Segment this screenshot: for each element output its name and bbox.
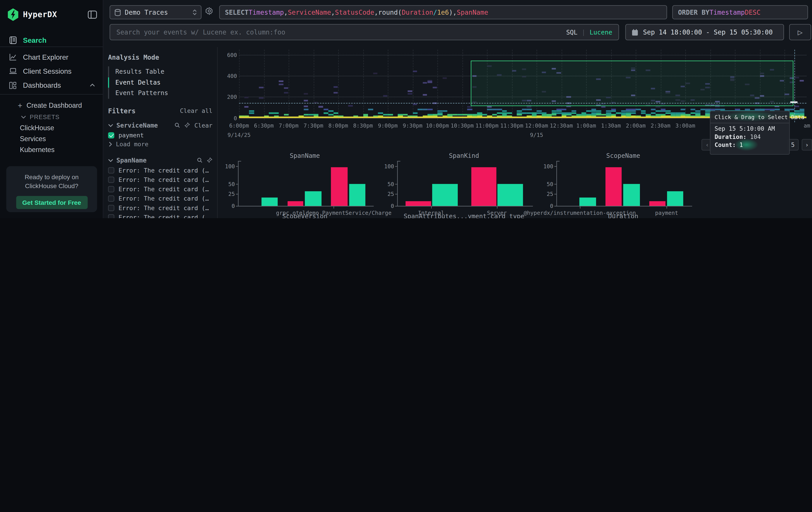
heat-cell <box>626 112 631 114</box>
heat-cell <box>611 114 616 115</box>
y-axis <box>238 161 238 206</box>
checkbox[interactable] <box>108 167 114 173</box>
heat-cell <box>437 110 442 112</box>
bar-inlier <box>261 197 278 206</box>
heat-cell <box>244 106 249 108</box>
filter-option[interactable]: Error: The credit card (… <box>108 203 212 212</box>
pin-icon[interactable] <box>207 157 212 163</box>
y-tick <box>236 206 238 206</box>
heat-cell <box>437 114 442 115</box>
chevron-down-icon <box>108 159 113 162</box>
checkbox[interactable] <box>108 186 114 192</box>
heat-cell <box>641 110 646 112</box>
heat-cell <box>586 110 591 112</box>
heat-cell <box>284 87 288 89</box>
heat-cell <box>408 90 412 92</box>
heat-cell <box>581 112 586 114</box>
checkbox[interactable] <box>108 214 114 218</box>
get-started-button[interactable]: Get Started for Free <box>16 196 88 209</box>
tooltip-time: Sep 15 5:10:00 AM <box>715 125 785 132</box>
checkbox[interactable] <box>108 176 114 183</box>
y-tick-label: 25 <box>376 191 394 197</box>
heat-cell <box>775 109 780 110</box>
heat-cell <box>309 114 313 115</box>
heat-cell <box>799 109 804 110</box>
filter-option-label: Error: The credit card (… <box>118 214 209 218</box>
count-glow <box>734 138 758 151</box>
heat-cell <box>601 114 606 115</box>
heat-cell <box>428 109 432 110</box>
heat-cell <box>279 83 283 85</box>
heat-cell <box>517 110 522 112</box>
heat-cell <box>269 112 274 114</box>
heat-cell <box>690 112 695 114</box>
duration-heatmap-chart[interactable]: 60040020006:00pm6:30pm7:00pm7:30pm8:00pm… <box>0 0 812 157</box>
bar-inlier <box>349 184 366 206</box>
heat-cell <box>705 114 710 115</box>
filter-option[interactable]: Error: The credit card (… <box>108 194 212 203</box>
chart-title: SpanAttributes...yment.card_type <box>377 213 551 218</box>
heat-cell <box>333 86 338 88</box>
checkbox[interactable] <box>108 205 114 211</box>
heat-cell <box>755 109 759 110</box>
clickhouse-cloud-promo: Ready to deploy on ClickHouse Cloud? Get… <box>6 166 97 212</box>
heat-cell <box>457 114 462 115</box>
drag-selection-region <box>471 60 793 106</box>
heat-cell <box>532 112 536 114</box>
heat-cell <box>695 112 700 114</box>
heat-cell <box>611 109 616 110</box>
checkbox[interactable] <box>108 195 114 201</box>
filter-option[interactable]: Error: The credit card (… <box>108 175 212 184</box>
pagination-next-button[interactable]: › <box>802 139 812 151</box>
heat-cell <box>492 109 497 110</box>
heat-cell <box>551 112 556 114</box>
heat-cell <box>507 112 512 114</box>
heat-cell <box>601 106 605 108</box>
heat-cell <box>596 110 601 112</box>
search-icon[interactable] <box>197 157 203 163</box>
heat-cell <box>789 109 794 110</box>
heat-cell <box>527 106 531 108</box>
heat-cell <box>670 114 675 115</box>
chart-title: SpanName <box>218 152 391 159</box>
y-tick <box>395 206 397 206</box>
y-axis-cap <box>556 161 559 161</box>
heat-cell <box>656 114 660 115</box>
heat-cell <box>606 114 611 115</box>
y-tick <box>395 184 397 185</box>
heat-cell <box>423 94 427 96</box>
heat-cell <box>442 110 447 112</box>
bar-outlier <box>471 167 496 206</box>
filter-option[interactable]: Error: The credit card (… <box>108 212 212 218</box>
bar-inlier <box>667 191 684 206</box>
heat-cell <box>705 112 710 114</box>
heat-cell <box>799 110 804 112</box>
heat-cell <box>551 110 556 112</box>
heat-cell <box>259 97 263 99</box>
y-tick-label: 50 <box>217 181 235 187</box>
heat-cell <box>695 114 700 115</box>
heat-cell <box>378 112 383 114</box>
chart-title: Duration <box>536 213 710 218</box>
filter-option[interactable]: Error: The credit card (… <box>108 184 212 193</box>
heat-cell <box>403 114 408 115</box>
heat-cell <box>661 114 665 115</box>
filter-option-label: Error: The credit card (… <box>118 194 209 202</box>
heat-cell <box>497 109 502 110</box>
heat-cell <box>621 110 626 112</box>
heat-cell <box>661 110 665 112</box>
heat-cell <box>423 109 427 110</box>
heat-cell <box>314 114 318 115</box>
heat-cell <box>348 105 353 106</box>
heat-cell <box>626 110 631 112</box>
x-tick <box>667 206 667 208</box>
gridline <box>289 50 289 120</box>
heat-cell <box>596 114 601 115</box>
y-tick-label: 50 <box>376 181 394 187</box>
heat-cell <box>675 112 680 114</box>
heat-cell <box>675 114 680 115</box>
heat-cell <box>611 110 616 112</box>
y-tick-label: 100 <box>376 163 394 169</box>
filter-option[interactable]: Error: The credit card (… <box>108 165 212 175</box>
heat-cell <box>576 114 581 115</box>
